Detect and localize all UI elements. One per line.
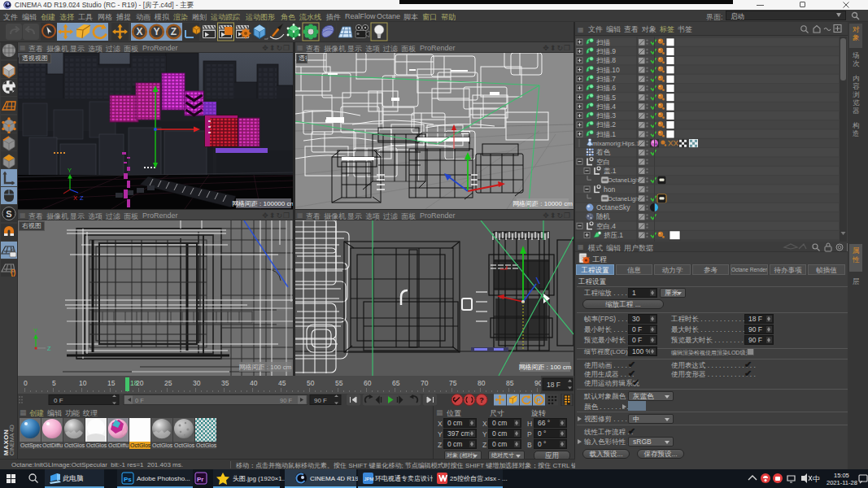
- svg-text:扫描.2: 扫描.2: [596, 120, 616, 129]
- svg-text:次: 次: [853, 59, 860, 68]
- svg-text:挤压.1: 挤压.1: [604, 231, 623, 239]
- svg-text:构: 构: [853, 121, 860, 129]
- svg-text:᙭᙭: ᙭᙭: [668, 140, 679, 147]
- svg-text:查看: 查看: [624, 25, 639, 33]
- svg-text:内: 内: [853, 74, 860, 82]
- svg-text:0: 0: [24, 379, 28, 387]
- svg-text:Adobe Photosho...: Adobe Photosho...: [137, 475, 190, 482]
- svg-text:90 F: 90 F: [280, 397, 292, 404]
- svg-text:Z: Z: [80, 194, 84, 202]
- svg-text:70: 70: [421, 379, 429, 387]
- svg-text:扫描.3: 扫描.3: [596, 111, 616, 120]
- svg-text:OctGlos: OctGlos: [86, 442, 107, 448]
- svg-text:OctGlos: OctGlos: [196, 442, 217, 448]
- svg-text:书签: 书签: [677, 25, 692, 33]
- svg-text:15: 15: [107, 379, 116, 387]
- svg-text:扫描.7: 扫描.7: [596, 75, 616, 83]
- svg-text:象: 象: [853, 33, 860, 41]
- svg-text:60: 60: [364, 379, 372, 387]
- svg-text:此电脑: 此电脑: [63, 474, 84, 482]
- svg-text:场: 场: [852, 51, 860, 59]
- svg-text:X: X: [136, 26, 142, 37]
- svg-text:5: 5: [52, 379, 56, 387]
- svg-text:{): {): [11, 268, 16, 277]
- svg-text:OctaneSky: OctaneSky: [596, 203, 630, 211]
- svg-text:Ps: Ps: [124, 476, 132, 483]
- svg-text:网格间距 : 100000 cm: 网格间距 : 100000 cm: [232, 200, 293, 207]
- svg-text:扫描.1: 扫描.1: [596, 130, 616, 138]
- svg-text:扫描.9: 扫描.9: [596, 47, 616, 55]
- svg-text:80: 80: [478, 379, 486, 387]
- svg-text:OctaneLight: OctaneLight: [608, 195, 641, 203]
- svg-text:15:05: 15:05: [834, 472, 849, 479]
- svg-text:OctGlos: OctGlos: [174, 442, 195, 448]
- svg-text:对象: 对象: [641, 25, 656, 33]
- svg-text:hon: hon: [604, 185, 615, 194]
- svg-text:头图.jpg (1920×1...: 头图.jpg (1920×1...: [233, 475, 287, 482]
- svg-text:10: 10: [79, 379, 87, 387]
- svg-text:Y: Y: [68, 167, 72, 174]
- svg-text:25控价自营.xlsx - ...: 25控价自营.xlsx - ...: [450, 475, 508, 482]
- svg-text:随机: 随机: [596, 212, 611, 220]
- svg-text:S: S: [6, 209, 11, 219]
- svg-text:网格间距 : 100 cm: 网格间距 : 100 cm: [239, 364, 292, 371]
- svg-text:Y: Y: [153, 26, 159, 37]
- svg-text:扫描.10: 扫描.10: [596, 66, 620, 74]
- svg-text:览: 览: [853, 98, 860, 107]
- svg-text:?: ?: [479, 396, 484, 404]
- svg-text:空白: 空白: [596, 158, 610, 166]
- svg-text:扫描.8: 扫描.8: [596, 56, 616, 64]
- svg-text:器: 器: [853, 107, 860, 115]
- svg-text:OctaneLight: OctaneLight: [608, 176, 641, 184]
- svg-text:OctGlos: OctGlos: [130, 442, 151, 448]
- svg-text:编辑: 编辑: [606, 25, 621, 33]
- svg-text:75: 75: [449, 379, 457, 387]
- svg-text:网格间距 : 10000 cm: 网格间距 : 10000 cm: [513, 200, 573, 207]
- svg-text:扫描.5: 扫描.5: [596, 94, 616, 102]
- svg-text:18 F: 18 F: [547, 381, 560, 389]
- svg-text:55: 55: [335, 379, 343, 387]
- svg-text:▦: ▦: [578, 26, 584, 33]
- svg-text:mixamorig:Hips.1: mixamorig:Hips.1: [592, 140, 639, 147]
- svg-text:OctGlos: OctGlos: [152, 442, 173, 448]
- svg-text:90 F: 90 F: [314, 397, 327, 404]
- svg-text:65: 65: [392, 379, 400, 387]
- svg-text:扫描.6: 扫描.6: [596, 84, 616, 92]
- svg-text:OctSpec: OctSpec: [20, 442, 42, 449]
- svg-text:造: 造: [853, 129, 860, 137]
- svg-text:X: X: [73, 194, 77, 202]
- svg-text:0 F: 0 F: [54, 397, 63, 404]
- svg-text:50: 50: [307, 379, 315, 387]
- svg-text:25: 25: [164, 379, 172, 387]
- svg-text:Y: Y: [33, 327, 37, 334]
- svg-text:OctDiffu: OctDiffu: [42, 442, 63, 448]
- svg-text:45: 45: [278, 379, 286, 387]
- svg-text:JPM: JPM: [364, 477, 374, 481]
- svg-text:P: P: [537, 397, 542, 404]
- svg-text:环电视通专卖店设计: 环电视通专卖店设计: [374, 474, 434, 482]
- svg-text:OctGlos: OctGlos: [64, 442, 85, 448]
- svg-text:文件: 文件: [588, 25, 603, 33]
- svg-text:标签: 标签: [659, 25, 674, 33]
- svg-text:浏: 浏: [853, 90, 860, 98]
- svg-text:40: 40: [250, 379, 258, 387]
- svg-text:2021-11-28: 2021-11-28: [827, 479, 857, 486]
- svg-text:35: 35: [221, 379, 229, 387]
- svg-text:盖.1: 盖.1: [604, 167, 617, 175]
- svg-text:中: 中: [813, 475, 820, 483]
- svg-text:Pr: Pr: [197, 476, 203, 483]
- svg-text:30: 30: [193, 379, 201, 387]
- svg-text:着色: 着色: [596, 148, 611, 156]
- svg-text:Z: Z: [171, 26, 177, 37]
- svg-text:容: 容: [853, 82, 860, 90]
- svg-text:Z: Z: [47, 345, 51, 352]
- svg-text:0 F: 0 F: [135, 397, 144, 404]
- svg-text:网格间距 : 100 cm: 网格间距 : 100 cm: [519, 364, 572, 371]
- svg-text:18: 18: [130, 379, 138, 387]
- svg-text:OctDiffu: OctDiffu: [108, 442, 129, 448]
- svg-text:扫描.4: 扫描.4: [596, 102, 616, 111]
- svg-text:CINEMA 4D R19....: CINEMA 4D R19....: [310, 475, 366, 482]
- svg-text:对: 对: [853, 25, 860, 33]
- svg-text:空白.4: 空白.4: [596, 222, 616, 230]
- svg-text:85: 85: [506, 379, 514, 387]
